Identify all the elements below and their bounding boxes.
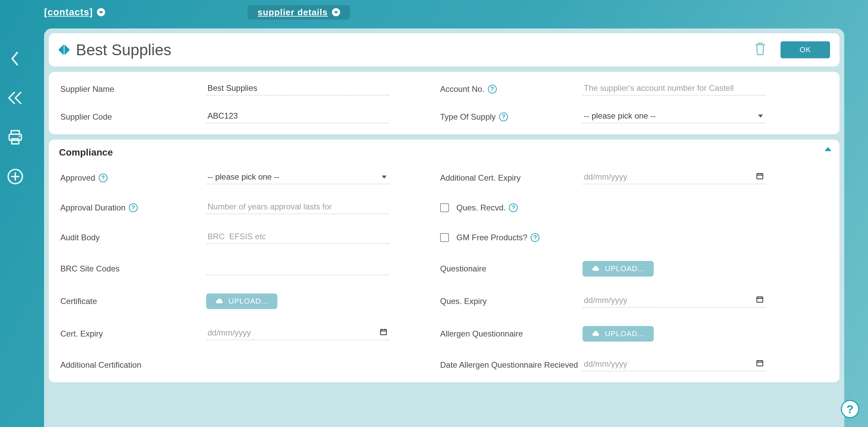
help-icon[interactable]: ? <box>499 113 508 121</box>
account-no-label: Account No. ? <box>440 84 583 94</box>
ques-expiry-input[interactable] <box>583 295 766 308</box>
svg-point-3 <box>19 136 20 137</box>
add-cert-expiry-input[interactable] <box>583 171 766 184</box>
delete-button[interactable] <box>754 42 766 58</box>
header-card: Best Supplies OK <box>49 33 840 66</box>
type-of-supply-label: Type Of Supply ? <box>440 112 583 122</box>
account-no-input[interactable] <box>583 83 766 96</box>
approved-label: Approved ? <box>60 173 206 183</box>
main-panel: Best Supplies OK Supplier Name Account N… <box>44 28 844 427</box>
allergen-q-label: Allergen Questionnaire <box>440 329 583 339</box>
back-all-button[interactable] <box>6 88 25 107</box>
supplier-code-label: Supplier Code <box>60 112 206 122</box>
svg-rect-2 <box>12 139 19 144</box>
audit-body-input[interactable] <box>206 231 389 244</box>
gm-free-label: GM Free Products? ? <box>456 233 539 242</box>
cert-expiry-input[interactable] <box>206 327 389 340</box>
compliance-card: Compliance Approved ? Additional Cert. E… <box>49 140 840 382</box>
breadcrumb-supplier-details[interactable]: supplier details <box>248 5 350 20</box>
top-nav: [contacts] supplier details <box>44 2 350 22</box>
left-rail <box>0 0 31 427</box>
chevron-right-icon <box>64 44 70 55</box>
supplier-name-input[interactable] <box>206 83 389 96</box>
chevron-left-icon <box>58 44 64 55</box>
allergen-upload-button[interactable]: UPLOAD... <box>583 326 654 342</box>
help-icon[interactable]: ? <box>531 233 539 242</box>
ques-recvd-checkbox[interactable] <box>440 203 449 212</box>
approved-select[interactable] <box>206 171 389 184</box>
date-allergen-label: Date Allergen Questionnaire Recieved <box>440 360 583 370</box>
questionaire-label: Questionaire <box>440 264 583 273</box>
date-allergen-input[interactable] <box>583 359 766 371</box>
brc-input[interactable] <box>206 262 389 275</box>
additional-cert-label: Additional Certification <box>60 360 206 370</box>
help-button[interactable]: ? <box>841 400 859 418</box>
help-icon[interactable]: ? <box>129 203 138 212</box>
supplier-name-label: Supplier Name <box>60 84 206 94</box>
approval-duration-input[interactable] <box>206 201 389 214</box>
add-button[interactable] <box>6 167 25 186</box>
supplier-code-input[interactable] <box>206 110 389 123</box>
breadcrumb-contacts[interactable]: [contacts] <box>44 7 105 18</box>
help-icon[interactable]: ? <box>99 174 107 182</box>
collapse-toggle[interactable] <box>825 147 831 151</box>
certificate-upload-button[interactable]: UPLOAD... <box>206 293 277 309</box>
page-title: Best Supplies <box>76 41 171 59</box>
brc-label: BRC Site Codes <box>60 264 206 273</box>
chevron-down-icon <box>332 8 340 16</box>
back-button[interactable] <box>6 49 25 68</box>
ques-expiry-label: Ques. Expiry <box>440 297 583 306</box>
ques-recvd-label: Ques. Recvd. ? <box>456 203 518 212</box>
gm-free-checkbox[interactable] <box>440 233 449 242</box>
chevron-down-icon <box>97 8 105 16</box>
add-cert-expiry-label: Additional Cert. Expiry <box>440 173 583 183</box>
type-of-supply-select[interactable] <box>583 110 766 123</box>
supplier-card: Supplier Name Account No. ? Supplier Cod… <box>49 72 840 134</box>
print-button[interactable] <box>6 128 25 147</box>
record-nav[interactable] <box>58 44 70 55</box>
help-icon[interactable]: ? <box>488 85 497 94</box>
audit-body-label: Audit Body <box>60 233 206 242</box>
questionaire-upload-button[interactable]: UPLOAD... <box>583 261 654 277</box>
cert-expiry-label: Cert. Expiry <box>60 329 206 339</box>
approval-duration-label: Approval Duration ? <box>60 203 206 212</box>
certificate-label: Certificate <box>60 297 206 306</box>
compliance-title: Compliance <box>59 147 830 158</box>
ok-button[interactable]: OK <box>781 41 830 58</box>
breadcrumb-contacts-label: [contacts] <box>44 7 93 18</box>
help-icon[interactable]: ? <box>509 203 518 212</box>
breadcrumb-supplier-details-label: supplier details <box>258 7 328 18</box>
